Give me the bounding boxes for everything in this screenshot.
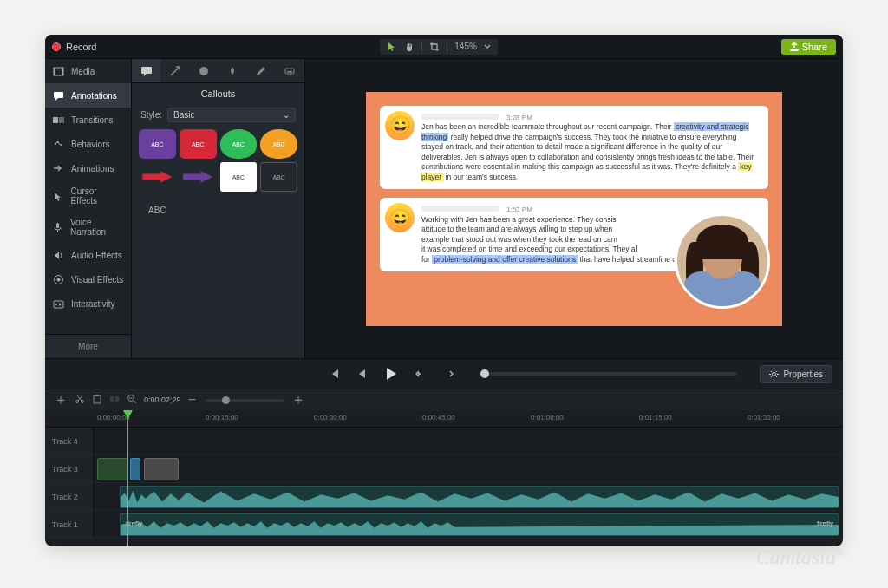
timeline: 0:00:00;00 0:00:15;00 0:00:30;00 0:00:45… xyxy=(45,410,843,546)
microphone-icon xyxy=(52,221,63,233)
svg-point-15 xyxy=(199,67,208,75)
hand-icon[interactable] xyxy=(404,42,415,52)
preview-canvas[interactable]: 😄 3:28 PM Jen has been an incredible tea… xyxy=(305,59,843,358)
sidebar-more-button[interactable]: More xyxy=(45,334,131,358)
clip[interactable] xyxy=(97,458,128,480)
track-1[interactable]: Track 1 firefly firefly xyxy=(45,511,843,539)
playback-controls: Properties xyxy=(45,358,843,389)
step-forward-button[interactable] xyxy=(411,364,430,383)
cursor-icon[interactable] xyxy=(387,42,397,52)
svg-point-19 xyxy=(773,372,776,376)
track-content[interactable] xyxy=(94,455,843,482)
callout-text-plain[interactable]: ABC xyxy=(139,195,176,225)
svg-rect-22 xyxy=(94,395,101,403)
tab-arrows[interactable] xyxy=(160,59,189,82)
callout-rect-outline[interactable]: ABC xyxy=(260,162,297,192)
callout-speech-purple[interactable]: ABC xyxy=(139,129,176,159)
add-track-button[interactable]: ＋ xyxy=(54,391,68,409)
zoom-out-button[interactable] xyxy=(127,392,137,408)
sidebar-item-media[interactable]: Media xyxy=(45,59,131,83)
ruler-tick: 0:00:15;00 xyxy=(206,414,238,421)
callout-rect-white[interactable]: ABC xyxy=(220,162,258,192)
timeline-ruler[interactable]: 0:00:00;00 0:00:15;00 0:00:30;00 0:00:45… xyxy=(45,410,843,428)
timeline-zoom-slider[interactable] xyxy=(206,399,284,402)
track-content[interactable] xyxy=(94,483,843,510)
main-area: Media Annotations Transitions Behaviors … xyxy=(45,59,843,358)
sidebar-item-interactivity[interactable]: Interactivity xyxy=(45,291,131,316)
chevron-down-icon[interactable] xyxy=(484,43,491,50)
behaviors-icon xyxy=(52,138,64,150)
next-button[interactable] xyxy=(439,364,458,383)
clip-callout[interactable] xyxy=(144,458,179,480)
sidebar-item-audio-effects[interactable]: Audio Effects xyxy=(45,243,131,267)
svg-rect-23 xyxy=(95,395,99,396)
share-button[interactable]: Share xyxy=(781,39,836,55)
sidebar-item-behaviors[interactable]: Behaviors xyxy=(45,132,131,156)
tab-blur[interactable] xyxy=(219,59,247,82)
properties-button[interactable]: Properties xyxy=(760,365,832,383)
callout-arrow-red[interactable] xyxy=(139,162,176,192)
sidebar-item-label: Behaviors xyxy=(71,140,109,149)
droplet-icon xyxy=(226,65,238,77)
audio-clip-firefly[interactable]: firefly firefly xyxy=(120,513,839,536)
sidebar-item-visual-effects[interactable]: Visual Effects xyxy=(45,267,131,291)
animations-icon xyxy=(52,162,64,174)
style-select[interactable]: Basic ⌄ xyxy=(167,108,296,122)
split-button[interactable] xyxy=(109,392,120,408)
zoom-plus-button[interactable]: ＋ xyxy=(291,391,305,409)
sidebar-item-animations[interactable]: Animations xyxy=(45,156,131,180)
play-button[interactable] xyxy=(380,363,402,385)
tab-keystroke[interactable] xyxy=(276,59,304,82)
scrubber-handle[interactable] xyxy=(480,369,489,378)
zoom-handle[interactable] xyxy=(222,396,230,404)
svg-rect-4 xyxy=(53,117,58,123)
callout-cloud-orange[interactable]: ABC xyxy=(260,129,297,159)
callout-cloud-green[interactable]: ABC xyxy=(220,129,258,159)
tab-callouts[interactable] xyxy=(132,59,160,82)
track-4[interactable]: Track 4 xyxy=(45,428,843,455)
tab-shapes[interactable] xyxy=(189,59,218,82)
callout-arrow-purple[interactable] xyxy=(180,162,217,192)
callouts-grid: ABC ABC ABC ABC ABC ABC ABC xyxy=(132,129,304,225)
scrubber[interactable] xyxy=(480,372,737,376)
record-button[interactable]: Record xyxy=(52,42,96,52)
cut-button[interactable] xyxy=(75,392,85,408)
clip[interactable] xyxy=(130,458,140,480)
sidebar-item-transitions[interactable]: Transitions xyxy=(45,108,131,132)
track-label: Track 1 xyxy=(45,511,94,538)
svg-rect-12 xyxy=(54,301,63,308)
sidebar-item-voice-narration[interactable]: Voice Narration xyxy=(45,212,131,243)
sidebar-item-annotations[interactable]: Annotations xyxy=(45,83,131,108)
tab-sketch[interactable] xyxy=(247,59,276,82)
track-3[interactable]: Track 3 xyxy=(45,455,843,483)
emoji-avatar-icon: 😄 xyxy=(385,203,415,232)
track-2[interactable]: Track 2 xyxy=(45,483,843,511)
share-label: Share xyxy=(802,42,827,52)
paste-button[interactable] xyxy=(92,392,102,408)
sidebar-item-label: Transitions xyxy=(71,115,114,125)
prev-button[interactable] xyxy=(324,364,343,383)
sidebar-item-label: Voice Narration xyxy=(70,218,124,237)
audio-clip[interactable] xyxy=(120,486,839,508)
sidebar-item-label: Media xyxy=(71,67,95,76)
crop-icon[interactable] xyxy=(429,42,440,52)
sidebar-item-cursor-effects[interactable]: Cursor Effects xyxy=(45,180,131,212)
sender-redacted xyxy=(421,206,500,212)
pencil-icon xyxy=(255,65,267,77)
callout-speech-red[interactable]: ABC xyxy=(180,129,217,159)
track-content[interactable]: firefly firefly xyxy=(94,511,843,538)
svg-point-11 xyxy=(56,278,60,281)
track-label: Track 4 xyxy=(45,428,94,454)
step-back-button[interactable] xyxy=(352,364,371,383)
zoom-percent[interactable]: 145% xyxy=(454,42,477,51)
sidebar-item-label: Visual Effects xyxy=(71,275,123,284)
message-time: 1:53 PM xyxy=(506,206,532,213)
chat-message-1: 😄 3:28 PM Jen has been an incredible tea… xyxy=(380,106,768,190)
emoji-avatar-icon: 😄 xyxy=(385,111,415,140)
track-content[interactable] xyxy=(94,428,843,454)
playhead[interactable] xyxy=(127,410,128,546)
circle-icon xyxy=(198,65,210,77)
annotations-icon xyxy=(52,89,64,101)
svg-rect-17 xyxy=(287,71,292,73)
zoom-minus-button[interactable]: − xyxy=(188,392,196,408)
